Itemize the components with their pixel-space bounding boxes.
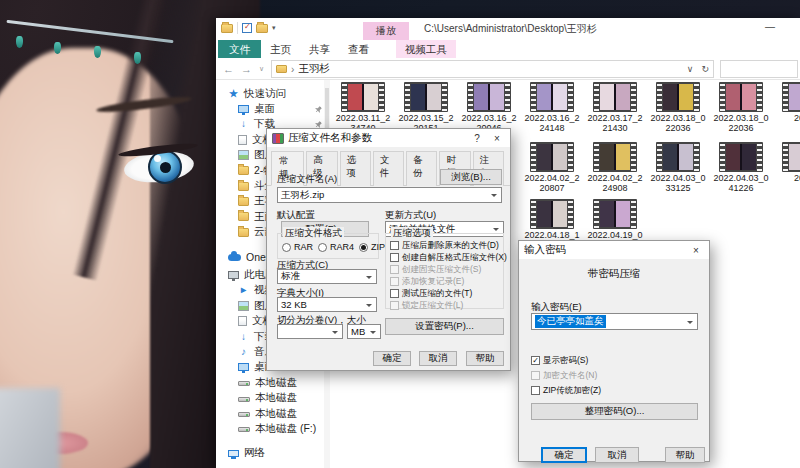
archive-tab-options[interactable]: 选项 xyxy=(340,151,371,186)
breadcrumb[interactable]: 王羽杉 xyxy=(298,62,330,76)
method-value: 标准 xyxy=(281,270,300,283)
password-dialog-title-bar: 输入密码 × xyxy=(519,241,709,259)
file-item[interactable]: 2022.03.18_022036 xyxy=(713,82,769,133)
customize-toolbar-caret-icon[interactable]: ▾ xyxy=(272,24,276,32)
sidebar-item-quick-access[interactable]: ★快速访问 xyxy=(216,86,330,101)
checkbox-box xyxy=(390,265,399,274)
radio-dot xyxy=(282,243,291,252)
set-password-button[interactable]: 设置密码(P)... xyxy=(385,318,504,335)
checkbox-box: ✓ xyxy=(531,356,540,365)
solid-checkbox: 创建固实压缩文件(S) xyxy=(390,264,503,275)
file-item[interactable]: 2022.03.15_220151 xyxy=(398,82,454,133)
download-icon: ↓ xyxy=(238,119,249,129)
archive-name-input[interactable]: 王羽杉.zip xyxy=(277,187,502,203)
tab-file[interactable]: 文件 xyxy=(218,40,261,58)
search-input[interactable] xyxy=(720,60,798,78)
file-item[interactable]: 2022.04.03_041226 xyxy=(713,142,769,193)
sidebar-item-desktop-pinned[interactable]: 桌面 xyxy=(216,101,330,116)
archive-help-button[interactable]: 帮助 xyxy=(466,351,504,366)
password-dialog-title: 输入密码 xyxy=(524,243,684,257)
folder-icon xyxy=(238,182,249,191)
archive-ok-button[interactable]: 确定 xyxy=(373,351,411,366)
split-size-input[interactable] xyxy=(277,324,343,339)
minimize-button[interactable]: — xyxy=(750,18,790,38)
file-item[interactable]: 2022.03.16_224148 xyxy=(524,82,580,133)
sidebar-item-label: 本地磁盘 (F:) xyxy=(255,422,316,436)
organize-passwords-button[interactable]: 整理密码(O)... xyxy=(531,403,698,420)
recent-locations-icon[interactable]: ∨ xyxy=(259,65,264,73)
browse-button[interactable]: 浏览(B)... xyxy=(440,169,502,185)
format-radio-rar4[interactable]: RAR4 xyxy=(318,242,354,252)
method-select[interactable]: 标准 xyxy=(277,269,377,284)
tab-share[interactable]: 共享 xyxy=(300,40,339,58)
sidebar-item-network[interactable]: 网络 xyxy=(216,446,330,461)
delete-after-checkbox[interactable]: 压缩后删除原来的文件(D) xyxy=(390,240,503,251)
archive-name-value: 王羽杉.zip xyxy=(281,189,324,202)
close-icon[interactable]: × xyxy=(489,133,505,144)
file-item[interactable]: 2022 xyxy=(776,142,800,184)
sidebar-item-local-disk-2[interactable]: 本地磁盘 xyxy=(216,390,330,405)
file-name: 2022.04.03_033125 xyxy=(650,174,706,193)
video-thumbnail xyxy=(719,82,763,112)
forward-icon[interactable]: → xyxy=(241,63,252,75)
format-radio-rar[interactable]: RAR xyxy=(282,242,313,252)
file-name: 2022.03.18_022036 xyxy=(713,114,769,133)
tab-video-tools[interactable]: 视频工具 xyxy=(396,40,456,58)
tab-view[interactable]: 查看 xyxy=(339,40,378,58)
address-bar[interactable]: › 王羽杉 ∨ ↻ xyxy=(271,60,714,78)
file-item[interactable]: 2022.03.17_221430 xyxy=(587,82,643,133)
sfx-checkbox[interactable]: 创建自解压格式压缩文件(X) xyxy=(390,252,503,263)
checkbox-label: 锁定压缩文件(L) xyxy=(402,300,463,311)
password-ok-button[interactable]: 确定 xyxy=(541,447,587,463)
test-checkbox[interactable]: 测试压缩的文件(T) xyxy=(390,288,503,299)
radio-label: RAR4 xyxy=(330,242,354,252)
file-name: 2022.03.16_224148 xyxy=(524,114,580,133)
sidebar-item-label: 本地磁盘 xyxy=(255,391,297,405)
address-dropdown-icon[interactable]: ∨ xyxy=(687,64,694,74)
checkbox-box xyxy=(390,289,399,298)
file-name: 2022 xyxy=(776,174,800,184)
dict-select[interactable]: 32 KB xyxy=(277,297,377,312)
archive-tab-files[interactable]: 文件 xyxy=(373,151,404,186)
sidebar-item-label: 快速访问 xyxy=(244,87,286,101)
file-item[interactable]: 2022.03.11_234740 xyxy=(335,82,391,133)
dialog-help-icon[interactable]: ? xyxy=(469,133,485,144)
password-cancel-button[interactable]: 取消 xyxy=(595,447,639,463)
sidebar-item-local-disk-f[interactable]: 本地磁盘 (F:) xyxy=(216,421,330,436)
show-password-checkbox[interactable]: ✓显示密码(S) xyxy=(531,355,601,366)
thumbnail-frames xyxy=(726,84,756,110)
split-unit-select[interactable]: MB xyxy=(347,324,381,339)
video-thumbnail xyxy=(593,199,637,229)
format-group: 压缩文件格式 RARRAR4ZIP xyxy=(277,233,379,259)
video-thumbnail xyxy=(530,82,574,112)
format-radio-zip[interactable]: ZIP xyxy=(359,242,385,252)
tab-home[interactable]: 主页 xyxy=(261,40,300,58)
archive-cancel-button[interactable]: 取消 xyxy=(419,351,457,366)
refresh-icon[interactable]: ↻ xyxy=(701,64,709,74)
file-item[interactable]: 2022.04.02_220807 xyxy=(524,142,580,193)
file-item[interactable]: 2022.03.18_022036 xyxy=(650,82,706,133)
lock-checkbox: 锁定压缩文件(L) xyxy=(390,300,503,311)
new-folder-icon[interactable] xyxy=(256,24,268,33)
password-input[interactable]: 今已亭亭如盖矣 xyxy=(531,313,698,330)
file-item[interactable]: 2022 xyxy=(776,82,800,124)
file-item[interactable]: 2022.03.16_220046 xyxy=(461,82,517,133)
split-unit-value: MB xyxy=(351,326,365,337)
drive-icon xyxy=(238,397,250,402)
quick-access-toolbar: ▾ xyxy=(221,22,276,34)
sidebar-item-local-disk-1[interactable]: 本地磁盘 xyxy=(216,375,330,390)
properties-icon[interactable] xyxy=(242,23,252,33)
file-item[interactable]: 2022.04.03_033125 xyxy=(650,142,706,193)
close-icon[interactable]: × xyxy=(688,245,704,256)
sidebar-item-local-disk-3[interactable]: 本地磁盘 xyxy=(216,406,330,421)
file-name: 2022.04.02_220807 xyxy=(524,174,580,193)
video-thumbnail xyxy=(782,82,800,112)
file-item[interactable]: 2022.04.02_224908 xyxy=(587,142,643,193)
options-group-label: 压缩选项 xyxy=(391,227,433,240)
archive-tab-backup[interactable]: 备份 xyxy=(406,151,437,186)
context-tab-header-play[interactable]: 播放 xyxy=(363,22,409,40)
zip-legacy-checkbox[interactable]: ZIP传统加密(Z) xyxy=(531,385,601,396)
password-help-button[interactable]: 帮助 xyxy=(665,447,705,463)
back-icon[interactable]: ← xyxy=(223,63,234,75)
drive-icon xyxy=(238,381,250,386)
